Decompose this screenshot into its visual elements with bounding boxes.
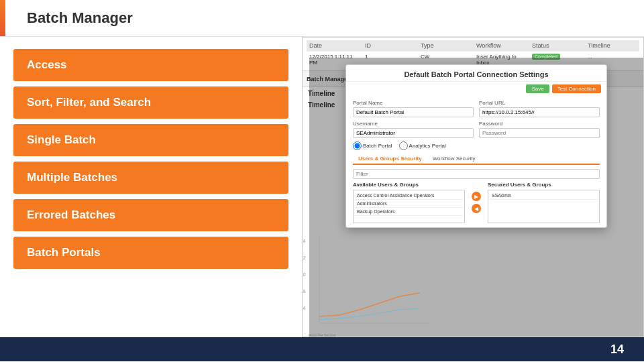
security-filter-input[interactable] <box>353 169 600 179</box>
svg-text:0.8: 0.8 <box>302 289 306 294</box>
radio-label-analytics-portal: Analytics Portal <box>409 143 446 149</box>
menu-item-errored-batches[interactable]: Errored Batches <box>13 199 288 231</box>
col-workflow: Workflow <box>476 42 525 49</box>
col-type: Type <box>421 42 470 49</box>
header-accent-bar <box>0 0 5 36</box>
main-content: Access Sort, Filter, and Search Single B… <box>0 37 644 337</box>
available-list: Access Control Assistance Operators Admi… <box>353 190 465 223</box>
radio-label-batch-portal: Batch Portal <box>363 143 392 149</box>
form-col-password: Password <box>479 121 600 138</box>
svg-text:1.0: 1.0 <box>302 272 306 277</box>
secured-item-1[interactable]: SSAdmin <box>490 192 598 200</box>
radio-analytics-portal[interactable]: Analytics Portal <box>399 141 446 150</box>
portal-name-input[interactable] <box>353 107 474 117</box>
page-number: 14 <box>610 343 624 357</box>
list-item-1[interactable]: Access Control Assistance Operators <box>355 192 463 200</box>
save-button[interactable]: Save <box>526 84 549 93</box>
portal-url-label: Portal URL <box>479 100 600 106</box>
page-header: Batch Manager <box>0 0 644 37</box>
available-col: Available Users & Groups Access Control … <box>353 182 465 223</box>
radio-group-portal-type: Batch Portal Analytics Portal <box>353 141 600 150</box>
col-id: ID <box>365 42 414 49</box>
arrow-buttons: ▶ ◀ <box>469 182 484 223</box>
menu-item-sort-filter-search[interactable]: Sort, Filter, and Search <box>13 86 288 119</box>
modal-body: Portal Name Portal URL Username <box>346 96 606 227</box>
form-row-names: Portal Name Portal URL <box>353 100 600 117</box>
move-left-button[interactable]: ◀ <box>472 204 481 213</box>
chart-area: 1.4 1.2 1.0 0.8 0.4 0 Rows Per Second <box>302 229 433 337</box>
page-title: Batch Manager <box>27 9 133 27</box>
modal-title: Default Batch Portal Connection Settings <box>346 65 606 82</box>
secured-label: Secured Users & Groups <box>488 182 600 188</box>
move-right-button[interactable]: ▶ <box>472 192 481 201</box>
username-input[interactable] <box>353 128 474 138</box>
password-label: Password <box>479 121 600 127</box>
test-connection-button[interactable]: Test Connection <box>552 84 601 93</box>
menu-item-single-batch[interactable]: Single Batch <box>13 124 288 156</box>
col-status: Status <box>532 42 581 49</box>
form-col-portal-url: Portal URL <box>479 100 600 117</box>
left-panel: Access Sort, Filter, and Search Single B… <box>0 37 302 337</box>
menu-item-batch-portals[interactable]: Batch Portals <box>13 237 288 269</box>
secured-col: Secured Users & Groups SSAdmin <box>488 182 600 223</box>
security-tabs: Users & Groups Security Workflow Securit… <box>353 154 600 165</box>
svg-text:1.4: 1.4 <box>302 239 306 243</box>
portal-name-label: Portal Name <box>353 100 474 106</box>
app-screenshot: Date ID Type Workflow Status Timeline 12… <box>302 37 644 337</box>
form-col-portal-name: Portal Name <box>353 100 474 117</box>
menu-item-multiple-batches[interactable]: Multiple Batches <box>13 162 288 194</box>
list-item-2[interactable]: Administrators <box>355 200 463 208</box>
radio-input-analytics-portal[interactable] <box>399 141 408 150</box>
password-input[interactable] <box>479 128 600 138</box>
security-area: Available Users & Groups Access Control … <box>353 182 600 223</box>
modal-actions: Save Test Connection <box>346 82 606 96</box>
form-row-credentials: Username Password <box>353 121 600 138</box>
menu-item-access[interactable]: Access <box>13 49 288 81</box>
portal-url-input[interactable] <box>479 107 600 117</box>
username-label: Username <box>353 121 474 127</box>
secured-list: SSAdmin <box>488 190 600 223</box>
tab-users-groups-security[interactable]: Users & Groups Security <box>353 154 427 165</box>
svg-text:0.4: 0.4 <box>302 306 306 310</box>
right-panel: Date ID Type Workflow Status Timeline 12… <box>302 37 644 337</box>
svg-text:Rows Per Second: Rows Per Second <box>309 333 335 337</box>
col-date: Date <box>309 42 358 49</box>
radio-batch-portal[interactable]: Batch Portal <box>353 141 392 150</box>
table-header: Date ID Type Workflow Status Timeline <box>307 40 639 51</box>
form-col-username: Username <box>353 121 474 138</box>
svg-text:1.2: 1.2 <box>302 255 306 260</box>
radio-input-batch-portal[interactable] <box>353 141 362 150</box>
tab-workflow-security[interactable]: Workflow Security <box>427 154 481 164</box>
list-item-3[interactable]: Backup Operators <box>355 208 463 216</box>
modal-dialog: Default Batch Portal Connection Settings… <box>345 64 607 228</box>
available-label: Available Users & Groups <box>353 182 465 188</box>
footer: 14 <box>0 337 644 361</box>
col-timeline: Timeline <box>588 42 637 49</box>
